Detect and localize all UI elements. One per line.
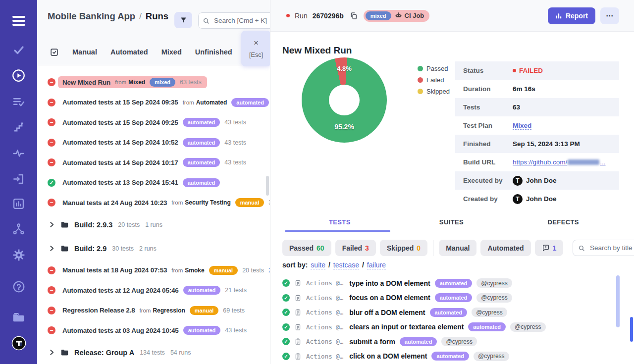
run-title: Manual tests at 18 Aug 2024 07:53 [62, 266, 167, 274]
test-plan-link[interactable]: Mixed [513, 122, 531, 130]
legend-color-dot [418, 89, 423, 94]
chevron-right-icon[interactable] [49, 221, 55, 228]
run-type-tab-manual[interactable]: Manual [72, 48, 97, 56]
run-list-item[interactable]: − New Mixed Run fromMixed mixed 63 tests [37, 72, 270, 93]
tests-search-input[interactable] [589, 244, 634, 252]
run-list-item[interactable]: − Manual tests at 18 Aug 2024 07:53 from… [37, 260, 270, 281]
run-list-item[interactable]: − Manual tests at 24 Aug 2024 10:23 from… [37, 193, 270, 213]
tab-suites[interactable]: SUITES [396, 218, 508, 232]
filter-chip-failed[interactable]: Failed 3 [335, 240, 376, 256]
tab-tests[interactable]: TESTS [284, 218, 396, 232]
filter-chip-label: Automated [487, 244, 524, 252]
breadcrumb-project[interactable]: Mobile Banking App [48, 11, 135, 22]
robot-icon [395, 12, 402, 19]
sort-link-failure[interactable]: failure [367, 261, 386, 269]
run-list-item[interactable]: − Automated tests at 12 Aug 2024 05:46 a… [37, 280, 270, 301]
analytics-icon[interactable] [0, 197, 37, 210]
menu-icon[interactable] [0, 14, 37, 28]
run-type-tab-automated[interactable]: Automated [110, 48, 148, 56]
more-actions-button[interactable]: ⋯ [600, 7, 619, 24]
detail-label: Created by [463, 195, 513, 203]
test-tag: @cypress [474, 352, 509, 361]
close-panel-button[interactable]: × [Esc] [241, 31, 270, 66]
run-group-item[interactable]: Build: 2.9.3 20 tests 1 runs [37, 213, 270, 237]
failed-status-icon: − [48, 326, 55, 334]
filter-chip-manual[interactable]: Manual [439, 240, 476, 256]
projects-icon[interactable] [0, 311, 37, 323]
test-suite-name[interactable]: Actions @… [306, 353, 343, 360]
test-suite-name[interactable]: Actions @… [306, 338, 343, 345]
report-button[interactable]: Report [548, 7, 595, 24]
sort-link-suite[interactable]: suite [311, 261, 325, 269]
page-scrollbar-thumb[interactable] [630, 317, 633, 342]
run-title: Automated tests at 14 Sep 2024 10:17 [62, 159, 178, 166]
steps-icon[interactable] [0, 121, 37, 133]
run-list-item[interactable]: − Automated tests at 15 Sep 2024 09:35 f… [37, 93, 270, 113]
test-plans-icon[interactable] [0, 95, 37, 108]
chevron-right-icon[interactable] [49, 349, 55, 356]
run-list-item[interactable]: − Automated tests at 14 Sep 2024 10:52 a… [37, 133, 270, 153]
filter-chip-skipped[interactable]: Skipped 0 [380, 240, 427, 256]
test-status-icon: ✓ [282, 338, 290, 345]
test-list-item[interactable]: ✓ Actions @… blur off a DOM element auto… [282, 305, 634, 320]
runs-icon[interactable] [0, 69, 37, 82]
filter-button[interactable] [174, 12, 192, 28]
filter-chip-passed[interactable]: Passed 60 [282, 240, 331, 256]
detail-label: Tests [463, 104, 513, 111]
tests-scrollbar-thumb[interactable] [616, 275, 620, 327]
run-list-item[interactable]: ✓ Automated tests at 13 Sep 2024 15:41 a… [37, 173, 270, 193]
test-status-icon: ✓ [282, 279, 290, 287]
chevron-right-icon[interactable] [49, 245, 55, 252]
report-button-label: Report [566, 12, 588, 20]
comments-filter-chip[interactable]: 1 [535, 240, 564, 256]
test-suite-name[interactable]: Actions @… [306, 294, 343, 302]
runs-search-input[interactable] [213, 16, 270, 25]
filter-chip-label: Manual [446, 244, 470, 252]
run-list-item[interactable]: − Automated tests at 03 Aug 2024 10:45 a… [37, 320, 270, 341]
build-url-link[interactable]: https://github.com/... [513, 158, 606, 166]
run-tests-count: 43 tests [224, 159, 246, 166]
failed-status-icon: − [48, 266, 55, 274]
run-type-badge: manual [190, 306, 219, 315]
page-title: Runs [146, 11, 168, 22]
sort-link-testcase[interactable]: testcase [333, 261, 359, 269]
run-status-dot [286, 14, 290, 17]
results-donut-chart[interactable]: 4.8% 95.2% [302, 57, 387, 143]
import-icon[interactable] [0, 172, 37, 185]
run-group-item[interactable]: Release: Group A 134 tests 54 runs [37, 341, 270, 364]
test-list-item[interactable]: ✓ Actions @… focus on a DOM element auto… [282, 291, 634, 306]
detail-value: TJohn Doe [513, 194, 557, 204]
run-type-badge: mixed [150, 78, 175, 87]
tab-defects[interactable]: DEFECTS [507, 218, 619, 232]
tests-icon[interactable] [0, 44, 37, 56]
test-suite-name[interactable]: Actions @… [306, 323, 343, 331]
testomat-logo[interactable] [0, 336, 37, 351]
sort-separator: / [362, 261, 364, 269]
filter-chip-automated[interactable]: Automated [480, 240, 530, 256]
ci-job-pill[interactable]: mixed CI Job [364, 10, 430, 22]
run-type-tab-mixed[interactable]: Mixed [161, 48, 182, 56]
test-list-item[interactable]: ✓ Actions @… clears an input or textarea… [282, 320, 634, 335]
test-suite-name[interactable]: Actions @… [306, 279, 343, 287]
run-list-item[interactable]: − Automated tests at 15 Sep 2024 09:25 a… [37, 112, 270, 133]
select-runs-icon[interactable] [50, 48, 59, 57]
tests-search [573, 240, 634, 256]
test-list-item[interactable]: ✓ Actions @… submit a form automated@cyp… [282, 334, 634, 349]
run-list-item[interactable]: − Regression Release 2.8 fromRegression … [37, 301, 270, 321]
test-list-item[interactable]: ✓ Actions @… click on a DOM element auto… [282, 349, 634, 364]
left-panel-scrollbar-thumb[interactable] [266, 176, 269, 196]
run-from: fromSecurity Testing [171, 199, 230, 206]
test-suite-name[interactable]: Actions @… [306, 309, 343, 316]
failed-status-icon: − [48, 286, 55, 294]
run-type-tab-unfinished[interactable]: Unfinished [195, 48, 232, 56]
run-detail-header: Run 2670296b mixed CI Job Report ⋯ [270, 0, 634, 32]
run-group-item[interactable]: Build: 2.9 30 tests 2 runs [37, 237, 270, 260]
cross-project-icon[interactable] [0, 222, 37, 236]
copy-run-id-button[interactable] [349, 11, 359, 21]
help-icon[interactable] [0, 280, 37, 293]
test-list-item[interactable]: ✓ Actions @… type into a DOM element aut… [282, 276, 634, 291]
donut-failed-label: 4.8% [337, 65, 352, 72]
pulse-icon[interactable] [0, 147, 37, 159]
run-list-item[interactable]: − Automated tests at 14 Sep 2024 10:17 a… [37, 153, 270, 173]
settings-icon[interactable] [0, 248, 37, 261]
